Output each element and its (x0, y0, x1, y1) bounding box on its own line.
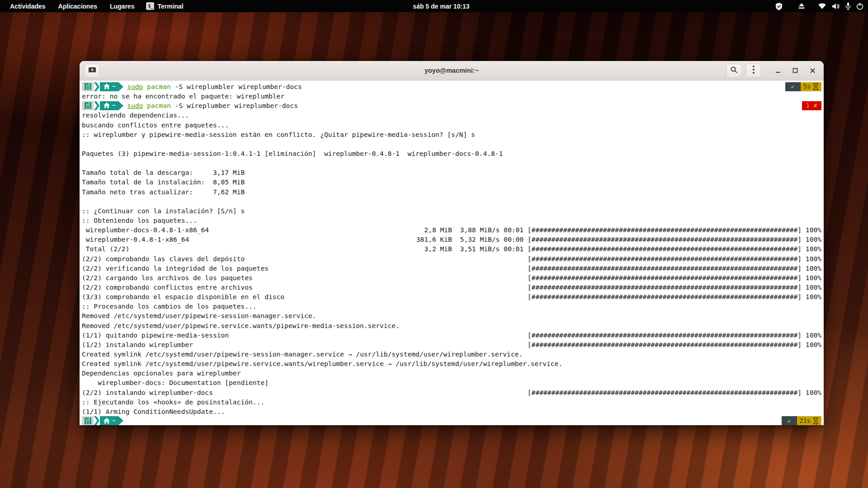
search-button[interactable] (726, 64, 742, 78)
shell-prompt: ~ (82, 101, 123, 110)
top-bar-menu-aplicaciones[interactable]: Aplicaciones (52, 0, 104, 12)
output-text: Created symlink /etc/systemd/user/pipewi… (82, 349, 523, 359)
close-button[interactable] (806, 64, 819, 77)
terminal-line: (2/2) instalando wireplumber-docs[######… (82, 388, 821, 397)
duration-badge: ✔5s (785, 82, 821, 91)
prompt-directory-segment: ~ (100, 101, 118, 110)
home-icon (104, 103, 110, 108)
terminal-content[interactable]: ~sudo pacman -S wireplumbler wireplumber… (80, 80, 824, 425)
command-text: pacman (147, 82, 171, 91)
command-text (143, 82, 147, 91)
menu-button[interactable] (745, 64, 761, 78)
output-text: Created symlink /etc/systemd/user/pipewi… (82, 359, 562, 368)
terminal-line: (3/3) comprobando el espacio disponible … (82, 292, 821, 301)
new-tab-icon (88, 66, 96, 75)
prompt-separator-icon (94, 101, 99, 110)
progress-label: Total (2/2) (82, 244, 129, 253)
terminal-line: error: no se ha encontrado el paquete: w… (82, 91, 821, 101)
progress-bar: [#######################################… (528, 292, 821, 301)
progress-bar: [#######################################… (528, 254, 821, 263)
command-text: -S wireplumbler wireplumber-docs (171, 82, 302, 91)
progress-bar: [#######################################… (528, 273, 821, 282)
progress-bar: [#######################################… (528, 282, 821, 292)
wifi-icon[interactable] (818, 0, 826, 12)
prompt-path: ~ (112, 416, 116, 425)
progress-label: (3/3) comprobando el espacio disponible … (82, 292, 284, 301)
volume-icon[interactable] (832, 0, 840, 12)
power-icon[interactable] (856, 0, 863, 12)
terminal-line: ~sudo pacman -S wireplumber wireplumber-… (82, 101, 821, 110)
minimize-button[interactable] (771, 64, 785, 77)
terminal-line: wireplumber-docs: Documentation [pendien… (82, 378, 821, 387)
prompt-directory-segment: ~ (100, 82, 118, 91)
terminal-line: Created symlink /etc/systemd/user/pipewi… (82, 349, 821, 359)
progress-label: (1/1) quitando pipewire-media-session (82, 330, 229, 340)
prompt-separator-icon (94, 416, 99, 425)
terminal-line: :: wireplumber y pipewire-media-session … (82, 130, 821, 139)
output-text: resolviendo dependencias... (82, 110, 189, 120)
terminal-line: Removed /etc/systemd/user/pipewire-sessi… (82, 311, 821, 320)
success-check-icon: ✔ (785, 82, 801, 91)
eject-icon[interactable] (798, 0, 805, 12)
shield-check-icon[interactable] (775, 0, 783, 12)
prompt-arrow-tip (118, 82, 123, 91)
top-bar-app-menu[interactable]: $_Terminal (141, 0, 189, 12)
terminal-line (82, 158, 821, 168)
output-text: Paquetes (3) pipewire-media-session-1:0.… (82, 149, 503, 158)
clock[interactable]: sáb 5 de mar 10:13 (413, 0, 469, 12)
progress-label: wireplumber-0.4.8-1-x86_64 (82, 235, 189, 244)
terminal-line: :: ¿Continuar con la instalación? [S/n] … (82, 206, 821, 216)
titlebar[interactable]: yoyo@macmini:~ (80, 61, 824, 80)
prompt-directory-segment: ~ (100, 416, 118, 425)
home-icon (104, 418, 110, 424)
progress-bar: [#######################################… (528, 263, 821, 273)
terminal-line: wireplumber-docs-0.4.8-1-x86_64 2,8 MiB … (82, 225, 821, 235)
manjaro-logo-icon (82, 101, 94, 110)
progress-bar: 3,2 MiB 3,51 MiB/s 00:01 [##############… (416, 244, 821, 253)
new-tab-button[interactable] (84, 64, 100, 78)
top-bar-menu-lugares[interactable]: Lugares (104, 0, 141, 12)
manjaro-logo-icon (82, 82, 94, 91)
output-text: Tamaño total de la descarga: 3,17 MiB (82, 168, 245, 177)
progress-label: (2/2) verificando la integridad de los p… (82, 263, 269, 273)
prompt-separator-icon (94, 82, 99, 91)
output-text: :: ¿Continuar con la instalación? [S/n] … (82, 206, 245, 216)
output-text: Removed /etc/systemd/user/pipewire-sessi… (82, 311, 316, 320)
top-bar-menus: ActividadesAplicacionesLugares$_Terminal (0, 0, 189, 12)
error-count: 1 (806, 101, 810, 110)
output-text: Removed /etc/systemd/user/pipewire.servi… (82, 321, 400, 330)
terminal-line: Removed /etc/systemd/user/pipewire.servi… (82, 321, 821, 330)
status-area (775, 0, 863, 12)
command-text: pacman (147, 101, 171, 110)
terminal-line: (2/2) cargando los archivos de los paque… (82, 273, 821, 282)
output-text: Tamaño total de la instalación: 8,05 MiB (82, 177, 245, 187)
progress-label: (2/2) comprobando conflictos entre archi… (82, 282, 253, 292)
terminal-icon: $_ (146, 2, 154, 10)
terminal-line: Paquetes (3) pipewire-media-session-1:0.… (82, 149, 821, 158)
success-check-icon: ✔ (782, 416, 797, 425)
progress-label: (2/2) instalando wireplumber-docs (82, 388, 213, 397)
error-count-segment: 1✘ (802, 101, 821, 110)
shell-prompt: ~ (82, 416, 123, 425)
terminal-line: :: Ejecutando los «hooks» de posinstalac… (82, 397, 821, 407)
duration-text: 21s (800, 416, 811, 425)
terminal-line: Tamaño neto tras actualizar: 7,62 MiB (82, 187, 821, 197)
output-text: :: wireplumber y pipewire-media-session … (82, 130, 475, 139)
output-text: :: Procesando los cambios de los paquete… (82, 301, 257, 311)
output-text: error: no se ha encontrado el paquete: w… (82, 91, 284, 101)
search-icon (730, 66, 738, 75)
maximize-button[interactable] (788, 64, 802, 77)
top-bar-menu-actividades[interactable]: Actividades (4, 0, 52, 12)
progress-bar: [#######################################… (528, 330, 821, 340)
progress-bar: [#######################################… (528, 388, 821, 397)
duration-text: 5s (803, 82, 811, 91)
progress-label: (2/2) comprobando las claves del depósit… (82, 254, 245, 263)
terminal-line: (2/2) comprobando las claves del depósit… (82, 254, 821, 263)
terminal-line: (1/1) quitando pipewire-media-session[##… (82, 330, 821, 340)
progress-bar: [#######################################… (528, 340, 821, 349)
top-bar: ActividadesAplicacionesLugares$_Terminal… (0, 0, 868, 12)
prompt-arrow-tip (118, 101, 123, 110)
terminal-line: (2/2) verificando la integridad de los p… (82, 263, 821, 273)
command-text: -S wireplumber wireplumber-docs (171, 101, 298, 110)
microphone-icon[interactable] (845, 0, 851, 12)
